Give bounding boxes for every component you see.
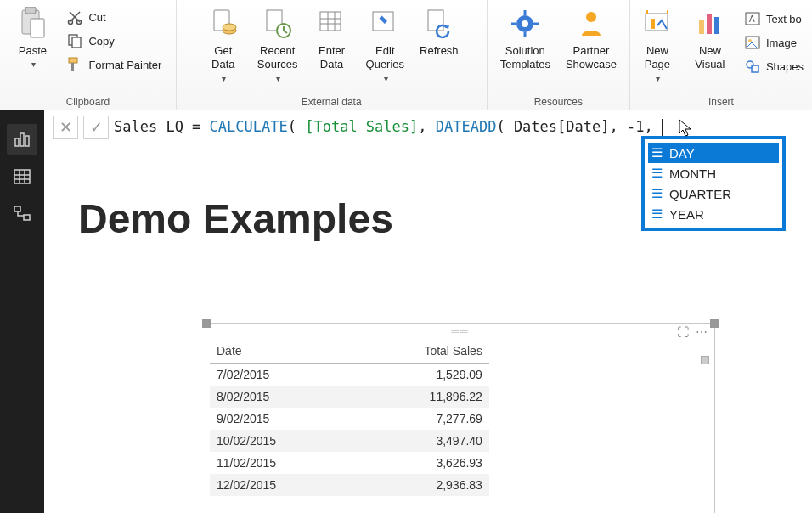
nav-report-view[interactable] [7, 124, 37, 155]
get-data-label: Get Data [211, 44, 234, 72]
solution-templates-label: Solution Templates [500, 44, 550, 72]
data-table: Date Total Sales 7/02/20151,529.098/02/2… [210, 339, 489, 496]
group-resources-label: Resources [534, 93, 583, 110]
get-data-icon [205, 5, 242, 42]
formula-commit-button[interactable]: ✓ [83, 116, 109, 139]
group-clipboard-label: Clipboard [66, 93, 110, 110]
edit-queries-caret-icon: ▾ [384, 74, 388, 84]
visual-drag-icon: ══ [451, 325, 469, 337]
col-header-sales[interactable]: Total Sales [351, 339, 489, 364]
ribbon: Paste ▾ Cut Copy Format Painter Clipboar… [0, 0, 812, 110]
intellisense-item-month[interactable]: ☰MONTH [648, 163, 779, 183]
copy-icon [66, 32, 83, 49]
visual-options-icon[interactable]: ⋯ [696, 325, 708, 339]
paste-button[interactable]: Paste ▾ [8, 3, 56, 70]
recent-sources-caret-icon: ▾ [276, 74, 280, 84]
col-header-date[interactable]: Date [210, 339, 351, 364]
recent-sources-icon [259, 5, 296, 42]
left-nav [0, 110, 44, 513]
copy-button[interactable]: Copy [61, 31, 166, 51]
new-visual-icon [691, 5, 729, 42]
refresh-label: Refresh [420, 44, 459, 58]
new-page-icon [639, 5, 676, 42]
focus-mode-icon[interactable]: ⛶ [677, 325, 689, 339]
intellisense-item-day[interactable]: ☰DAY [648, 143, 779, 163]
table-visual[interactable]: ══ ⛶ ⋯ Date Total Sales 7/02/20151,529.0… [206, 323, 715, 513]
format-painter-label: Format Painter [88, 59, 161, 71]
get-data-button[interactable]: Get Data▾ [200, 3, 247, 84]
paste-icon [14, 5, 51, 42]
table-row[interactable]: 9/02/20157,277.69 [210, 408, 489, 430]
svg-rect-44 [14, 170, 30, 183]
cut-icon [66, 8, 83, 25]
group-clipboard: Paste ▾ Cut Copy Format Painter Clipboar… [0, 0, 177, 110]
solution-templates-icon [506, 5, 544, 42]
cut-button[interactable]: Cut [61, 7, 166, 27]
table-row[interactable]: 11/02/20153,626.93 [210, 452, 489, 474]
nav-data-view[interactable] [7, 161, 37, 192]
formula-cursor [662, 119, 663, 136]
text-box-button[interactable]: A Text bo [739, 8, 809, 29]
refresh-button[interactable]: Refresh [414, 3, 464, 58]
paste-caret-icon: ▾ [31, 59, 36, 70]
svg-rect-6 [72, 37, 81, 48]
solution-templates-button[interactable]: Solution Templates [495, 3, 555, 72]
edit-queries-button[interactable]: Edit Queries▾ [361, 3, 410, 84]
formula-fn1: CALCULATE [210, 118, 288, 135]
new-page-label: New Page [645, 44, 670, 72]
svg-text:A: A [749, 14, 755, 24]
svg-point-39 [747, 61, 753, 68]
table-row[interactable]: 12/02/20152,936.83 [210, 474, 489, 496]
format-painter-icon [66, 56, 83, 73]
enum-icon: ☰ [651, 166, 663, 181]
new-page-button[interactable]: New Page▾ [634, 3, 681, 84]
enum-icon: ☰ [651, 145, 663, 161]
partner-showcase-button[interactable]: Partner Showcase [561, 3, 622, 72]
svg-rect-1 [25, 7, 36, 14]
svg-rect-31 [651, 19, 655, 29]
formula-cancel-button[interactable]: ✕ [53, 116, 78, 139]
image-label: Image [766, 37, 797, 49]
group-insert: New Page▾ New Visual A Text bo Image Sha… [630, 0, 812, 110]
image-button[interactable]: Image [739, 32, 809, 53]
svg-rect-32 [699, 20, 704, 34]
shapes-icon [744, 58, 761, 75]
svg-rect-20 [428, 10, 443, 31]
text-box-icon: A [744, 10, 761, 27]
nav-model-view[interactable] [7, 199, 37, 229]
table-row[interactable]: 7/02/20151,529.09 [210, 364, 489, 386]
svg-rect-49 [14, 206, 20, 211]
svg-rect-42 [20, 133, 24, 146]
formula-input[interactable]: Sales LQ = CALCULATE( [Total Sales], DAT… [114, 118, 663, 136]
format-painter-button[interactable]: Format Painter [61, 54, 166, 75]
partner-showcase-icon [572, 5, 610, 42]
group-insert-label: Insert [708, 93, 734, 110]
table-row[interactable]: 8/02/201511,896.22 [210, 386, 489, 408]
svg-point-22 [522, 20, 528, 27]
table-row[interactable]: 10/02/20153,497.40 [210, 430, 489, 452]
enter-data-icon [313, 5, 351, 42]
image-icon [744, 34, 761, 51]
visual-header[interactable]: ══ ⛶ ⋯ [206, 324, 714, 339]
svg-rect-34 [714, 17, 719, 34]
recent-sources-button[interactable]: Recent Sources▾ [252, 3, 303, 84]
svg-rect-2 [31, 19, 44, 37]
enter-data-button[interactable]: Enter Data [308, 3, 356, 72]
intellisense-item-quarter[interactable]: ☰QUARTER [648, 183, 779, 204]
intellisense-item-year[interactable]: ☰YEAR [648, 204, 779, 224]
svg-rect-43 [25, 136, 29, 146]
group-external-data: Get Data▾ Recent Sources▾ Enter Data Edi… [177, 0, 488, 110]
svg-rect-28 [646, 14, 668, 31]
enter-data-label: Enter Data [319, 44, 345, 72]
formula-prefix: Sales LQ = [114, 118, 210, 135]
new-visual-button[interactable]: New Visual [686, 3, 734, 72]
svg-point-27 [586, 12, 596, 22]
scrollbar[interactable] [701, 356, 711, 483]
formula-measure: [Total Sales] [305, 118, 418, 135]
svg-rect-8 [71, 63, 74, 71]
formula-fn2: DATEADD [436, 118, 497, 135]
text-box-label: Text bo [766, 13, 802, 25]
svg-rect-7 [69, 58, 77, 63]
shapes-button[interactable]: Shapes [739, 56, 809, 76]
cut-label: Cut [88, 11, 105, 24]
